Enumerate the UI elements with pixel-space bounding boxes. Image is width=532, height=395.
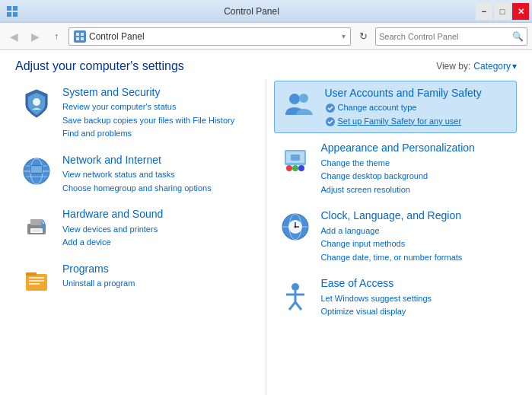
programs-link-1[interactable]: Uninstall a program — [62, 277, 255, 291]
main-content: Adjust your computer's settings View by:… — [0, 50, 532, 395]
svg-rect-24 — [29, 283, 40, 285]
ease-info: Ease of Access Let Windows suggest setti… — [321, 276, 514, 318]
clock-title[interactable]: Clock, Language, and Region — [321, 209, 514, 222]
forward-button[interactable]: ▶ — [26, 27, 44, 46]
addressbar: ◀ ▶ ↑ Control Panel ▾ ↻ 🔍 — [0, 23, 532, 50]
svg-point-26 — [299, 94, 308, 103]
svg-rect-34 — [291, 154, 300, 161]
appearance-link-1[interactable]: Change the theme — [321, 157, 514, 170]
hardware-icon — [18, 207, 55, 244]
search-box[interactable]: 🔍 — [375, 27, 527, 46]
user-accounts-link-2[interactable]: Set up Family Safety for any user — [338, 115, 462, 129]
appearance-link-3[interactable]: Adjust screen resolution — [321, 183, 514, 197]
up-button[interactable]: ↑ — [47, 27, 65, 46]
address-text: Control Panel — [89, 31, 145, 42]
svg-point-32 — [292, 165, 298, 171]
appearance-info: Appearance and Personalization Change th… — [321, 141, 514, 196]
search-input[interactable] — [379, 32, 512, 41]
svg-rect-6 — [76, 37, 79, 40]
svg-point-8 — [33, 98, 40, 106]
hardware-info: Hardware and Sound View devices and prin… — [62, 207, 255, 249]
list-item: Hardware and Sound View devices and prin… — [15, 201, 258, 255]
svg-line-46 — [295, 302, 301, 310]
svg-point-33 — [298, 165, 304, 171]
viewby-arrow-icon: ▾ — [512, 61, 517, 72]
list-item: User Accounts and Family Safety Change a… — [274, 81, 518, 133]
programs-info: Programs Uninstall a program — [62, 262, 255, 291]
svg-point-31 — [286, 165, 292, 171]
svg-rect-21 — [26, 272, 37, 276]
minimize-button[interactable]: − — [476, 3, 492, 20]
system-security-link-3[interactable]: Find and problems — [62, 127, 255, 141]
network-link-2[interactable]: Choose homegroup and sharing options — [62, 182, 255, 196]
list-item: Appearance and Personalization Change th… — [274, 135, 518, 202]
svg-rect-15 — [31, 166, 42, 173]
system-security-info: System and Security Review your computer… — [62, 85, 255, 141]
svg-rect-5 — [81, 33, 84, 36]
list-item: Clock, Language, and Region Add a langua… — [274, 202, 518, 270]
network-link-1[interactable]: View network status and tasks — [62, 168, 255, 182]
appearance-icon — [277, 141, 314, 177]
svg-rect-4 — [76, 33, 79, 36]
network-title[interactable]: Network and Internet — [62, 153, 255, 167]
user-accounts-title[interactable]: User Accounts and Family Safety — [325, 86, 511, 100]
right-column: User Accounts and Family Safety Change a… — [266, 79, 525, 395]
close-button[interactable]: ✕ — [512, 3, 529, 20]
address-dropdown-arrow[interactable]: ▾ — [342, 32, 346, 40]
svg-rect-18 — [30, 219, 43, 225]
ease-link-2[interactable]: Optimize visual display — [321, 305, 514, 319]
window-controls: − □ ✕ — [476, 3, 529, 20]
list-item: Programs Uninstall a program — [15, 256, 258, 304]
system-security-title[interactable]: System and Security — [62, 85, 255, 99]
network-icon — [18, 153, 55, 190]
viewby-dropdown[interactable]: Category ▾ — [473, 61, 517, 72]
page-title: Adjust your computer's settings — [15, 59, 184, 73]
appearance-link-2[interactable]: Change desktop background — [321, 170, 514, 183]
ease-icon — [277, 276, 314, 313]
list-item: System and Security Review your computer… — [15, 79, 258, 147]
svg-rect-20 — [26, 274, 47, 291]
svg-rect-22 — [29, 277, 44, 279]
clock-link-3[interactable]: Change date, time, or number formats — [321, 251, 514, 265]
left-column: System and Security Review your computer… — [8, 79, 266, 395]
back-button[interactable]: ◀ — [5, 27, 23, 46]
system-security-link-1[interactable]: Review your computer's status — [62, 100, 255, 114]
view-by-control: View by: Category ▾ — [436, 61, 517, 72]
system-security-link-2[interactable]: Save backup copies your files with File … — [62, 114, 255, 128]
address-field[interactable]: Control Panel ▾ — [68, 27, 351, 46]
link-icon-1 — [325, 103, 336, 113]
ease-link-1[interactable]: Let Windows suggest settings — [321, 292, 514, 306]
list-item: Ease of Access Let Windows suggest setti… — [274, 270, 518, 324]
svg-rect-19 — [32, 229, 41, 232]
clock-icon — [277, 209, 314, 245]
clock-link-1[interactable]: Add a language — [321, 225, 514, 238]
maximize-button[interactable]: □ — [494, 3, 511, 20]
clock-info: Clock, Language, and Region Add a langua… — [321, 209, 514, 264]
address-icon — [74, 30, 86, 43]
programs-title[interactable]: Programs — [62, 262, 255, 276]
refresh-button[interactable]: ↻ — [354, 27, 372, 46]
hardware-link-1[interactable]: View devices and printers — [62, 223, 255, 237]
svg-point-42 — [291, 283, 299, 291]
user-accounts-info: User Accounts and Family Safety Change a… — [325, 86, 511, 128]
content-header: Adjust your computer's settings View by:… — [0, 50, 532, 79]
svg-rect-7 — [81, 37, 84, 40]
svg-rect-23 — [29, 280, 44, 282]
svg-line-45 — [289, 302, 295, 310]
link-icon-2 — [325, 116, 336, 127]
svg-point-25 — [289, 94, 300, 104]
search-icon[interactable]: 🔍 — [512, 31, 524, 42]
user-accounts-link-1[interactable]: Change account type — [338, 101, 417, 115]
svg-point-41 — [294, 226, 296, 228]
hardware-title[interactable]: Hardware and Sound — [62, 207, 255, 221]
viewby-value-text: Category — [473, 61, 511, 72]
network-info: Network and Internet View network status… — [62, 153, 255, 195]
window-title: Control Panel — [0, 6, 526, 17]
user-accounts-icon — [281, 86, 317, 123]
categories-grid: System and Security Review your computer… — [0, 79, 532, 395]
hardware-link-2[interactable]: Add a device — [62, 236, 255, 250]
appearance-title[interactable]: Appearance and Personalization — [321, 141, 514, 154]
ease-title[interactable]: Ease of Access — [321, 276, 514, 290]
clock-link-2[interactable]: Change input methods — [321, 237, 514, 251]
programs-icon — [18, 262, 55, 298]
